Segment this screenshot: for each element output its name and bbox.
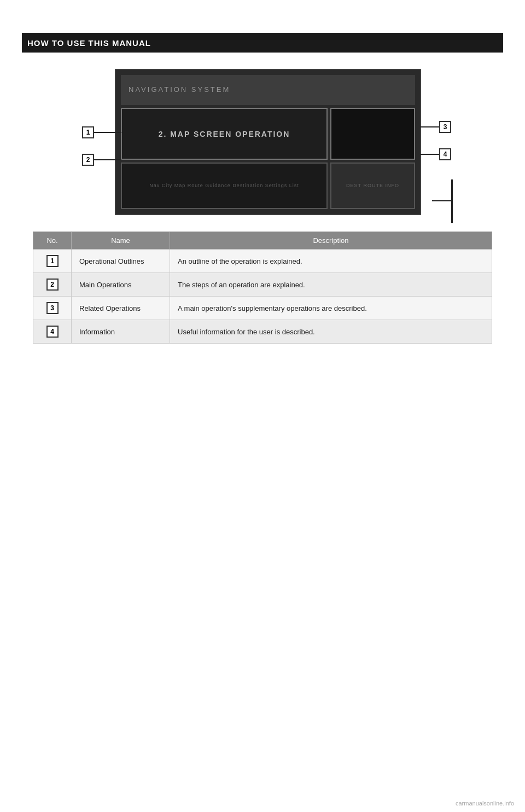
callout-4-wrapper: 4 <box>420 148 451 160</box>
callout-5-wrapper <box>432 200 451 201</box>
table-cell-name: Operational Outlines <box>72 250 170 273</box>
table-row: 2Main OperationsThe steps of an operatio… <box>33 273 492 297</box>
table-cell-no: 3 <box>33 297 72 320</box>
table-cell-no: 4 <box>33 320 72 344</box>
table-cell-name: Main Operations <box>72 273 170 297</box>
info-table: No. Name Description 1Operational Outlin… <box>33 231 492 344</box>
callout-label-1: 1 <box>82 126 94 138</box>
header-title: HOW TO USE THIS MANUAL <box>27 38 151 48</box>
bottom-left-text: Nav City Map Route Guidance Destination … <box>147 181 301 192</box>
table-header-description: Description <box>170 232 492 250</box>
footer-url: carmanualsonline.info <box>456 800 514 807</box>
screen-top-text: NAVIGATION SYSTEM <box>126 83 232 97</box>
callout-line-1 <box>94 132 121 133</box>
bottom-right-text: DEST ROUTE INFO <box>344 181 401 192</box>
callout-label-2: 2 <box>82 154 94 166</box>
callout-2-wrapper: 2 <box>82 154 121 166</box>
screen-mid-left: 2. MAP SCREEN OPERATION <box>121 108 328 160</box>
callout-3-wrapper: 3 <box>420 121 451 133</box>
table-row: 4InformationUseful information for the u… <box>33 320 492 344</box>
screen-bottom-row: Nav City Map Route Guidance Destination … <box>121 163 415 209</box>
table-cell-description: The steps of an operation are explained. <box>170 273 492 297</box>
diagram-inner: NAVIGATION SYSTEM 2. MAP SCREEN OPERATIO… <box>115 69 421 215</box>
table-cell-no: 1 <box>33 250 72 273</box>
table-row: 3Related OperationsA main operation's su… <box>33 297 492 320</box>
right-callouts: 3 4 <box>421 69 454 215</box>
callout-line-4 <box>420 154 439 155</box>
screen-bottom-right: DEST ROUTE INFO <box>330 163 415 209</box>
callout-line-5 <box>432 200 451 201</box>
page-footer: carmanualsonline.info <box>456 800 514 807</box>
screen-mid-row: 2. MAP SCREEN OPERATION <box>121 108 415 160</box>
callout-label-3: 3 <box>439 121 451 133</box>
diagram-section: 1 2 NAVIGATION SYSTEM 2. MAP SCREEN OPER… <box>71 69 454 215</box>
row-number-badge: 3 <box>46 302 59 314</box>
table-row: 1Operational OutlinesAn outline of the o… <box>33 250 492 273</box>
table-cell-no: 2 <box>33 273 72 297</box>
screen-mid-title: 2. MAP SCREEN OPERATION <box>159 130 290 138</box>
callout-1-wrapper: 1 <box>82 126 121 138</box>
row-number-badge: 4 <box>46 326 59 338</box>
bracket-line <box>451 179 453 223</box>
table-cell-description: An outline of the operation is explained… <box>170 250 492 273</box>
callout-label-4: 4 <box>439 148 451 160</box>
callout-line-2 <box>94 159 121 160</box>
callout-line-3 <box>420 126 439 127</box>
screen-top-section: NAVIGATION SYSTEM <box>121 75 415 105</box>
table-header-name: Name <box>72 232 170 250</box>
table-section: No. Name Description 1Operational Outlin… <box>33 231 492 344</box>
table-cell-description: A main operation's supplementary operati… <box>170 297 492 320</box>
left-callouts: 1 2 <box>71 69 115 215</box>
page-wrapper: HOW TO USE THIS MANUAL 1 2 NAVIGATION SY… <box>0 0 525 812</box>
screen-bottom-left: Nav City Map Route Guidance Destination … <box>121 163 328 209</box>
table-cell-name: Related Operations <box>72 297 170 320</box>
row-number-badge: 1 <box>46 255 59 267</box>
table-cell-description: Useful information for the user is descr… <box>170 320 492 344</box>
screen-mid-right <box>330 108 415 160</box>
header-bar: HOW TO USE THIS MANUAL <box>22 33 503 53</box>
table-header-no: No. <box>33 232 72 250</box>
row-number-badge: 2 <box>46 279 59 291</box>
table-cell-name: Information <box>72 320 170 344</box>
